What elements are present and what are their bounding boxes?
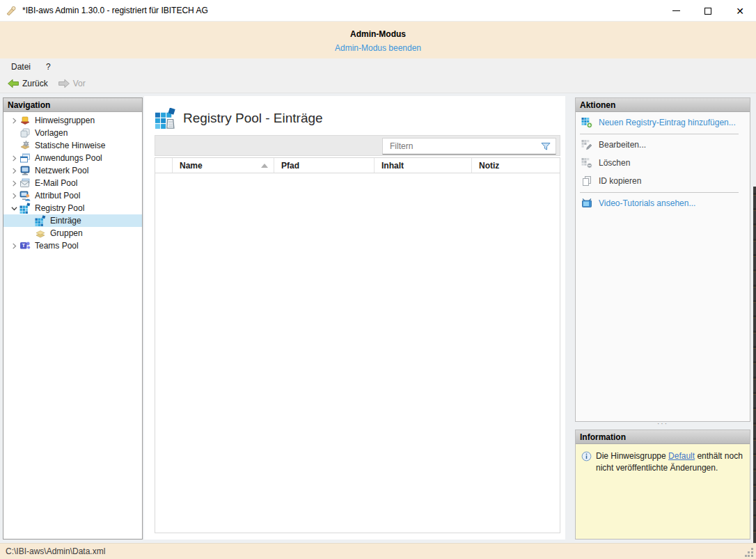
add-registry-entry-button[interactable]: Neuen Registry-Eintrag hinzufügen... xyxy=(576,115,750,130)
admin-mode-banner: Admin-Modus Admin-Modus beenden xyxy=(0,22,756,58)
nav-item-anwendungs-pool[interactable]: Anwendungs Pool xyxy=(3,152,142,164)
network-pool-icon xyxy=(19,165,31,176)
chevron-right-icon[interactable] xyxy=(9,168,19,174)
close-button[interactable]: ✕ xyxy=(724,0,756,22)
nav-item-vorlagen[interactable]: Vorlagen xyxy=(3,127,142,139)
statusbar: C:\IBI-aws\Admin\Data.xml xyxy=(0,543,756,559)
exit-admin-mode-link[interactable]: Admin-Modus beenden xyxy=(335,43,421,53)
notice-groups-icon xyxy=(19,115,31,126)
delete-button[interactable]: Löschen xyxy=(576,155,750,171)
static-notices-icon xyxy=(19,140,31,151)
desktop-edge-sliver xyxy=(753,187,756,559)
arrow-right-icon xyxy=(58,79,70,88)
registry-pool-icon xyxy=(19,203,31,214)
menu-help[interactable]: ? xyxy=(40,60,57,74)
table-header-row: Name Pfad Inhalt Notiz xyxy=(155,158,560,173)
arrow-left-icon xyxy=(7,79,19,88)
back-label: Zurück xyxy=(22,79,48,88)
application-pool-icon xyxy=(19,152,31,164)
add-registry-entry-icon xyxy=(581,117,592,128)
column-header-name[interactable]: Name xyxy=(173,158,274,173)
actions-header: Aktionen xyxy=(576,98,750,112)
filter-icon[interactable] xyxy=(540,141,551,152)
close-icon: ✕ xyxy=(736,6,744,16)
nav-item-statische-hinweise[interactable]: Statische Hinweise xyxy=(3,139,142,152)
templates-icon xyxy=(19,127,31,139)
nav-item-teams-pool[interactable]: T Teams Pool xyxy=(3,239,142,252)
separator xyxy=(580,134,739,134)
chevron-right-icon[interactable] xyxy=(9,118,19,124)
delete-icon xyxy=(581,157,592,168)
chevron-right-icon[interactable] xyxy=(9,193,19,199)
row-indicator-column xyxy=(155,158,173,173)
navigation-panel: Navigation Hinweisgruppen Vorlagen Stati… xyxy=(3,97,143,540)
information-message: Die Hinweisgruppe Default enthält noch n… xyxy=(596,450,744,475)
maximize-icon xyxy=(704,8,711,15)
column-header-notiz[interactable]: Notiz xyxy=(472,158,560,173)
chevron-down-icon[interactable] xyxy=(9,205,19,212)
maximize-button[interactable] xyxy=(692,0,724,22)
email-pool-icon xyxy=(19,178,31,189)
default-group-link[interactable]: Default xyxy=(668,451,695,461)
information-header: Information xyxy=(576,430,750,444)
copy-icon xyxy=(581,175,592,187)
information-panel: Information Die Hinweisgruppe Default en… xyxy=(575,430,750,540)
filter-field xyxy=(382,138,556,155)
app-window: *IBI-aws Admin 1.30.0 - registriert für … xyxy=(0,0,756,559)
workspace: Navigation Hinweisgruppen Vorlagen Stati… xyxy=(0,93,756,543)
chevron-right-icon[interactable] xyxy=(9,155,19,162)
svg-text:T: T xyxy=(22,242,25,249)
column-header-pfad[interactable]: Pfad xyxy=(274,158,375,173)
video-tutorials-link[interactable]: Video-Tutorials ansehen... xyxy=(576,196,750,211)
sort-ascending-icon xyxy=(261,164,268,168)
attribute-pool-icon xyxy=(19,190,31,201)
nav-item-gruppen[interactable]: Gruppen xyxy=(3,227,142,239)
data-file-path: C:\IBI-aws\Admin\Data.xml xyxy=(6,546,105,556)
right-panel: Aktionen Neuen Registry-Eintrag hinzufüg… xyxy=(575,97,750,540)
forward-button[interactable]: Vor xyxy=(54,77,90,90)
toolbar: Zurück Vor xyxy=(0,74,756,93)
menu-datei[interactable]: Datei xyxy=(5,60,37,74)
chevron-right-icon[interactable] xyxy=(9,180,19,187)
nav-item-eintraege[interactable]: Einträge xyxy=(3,214,142,227)
groups-icon xyxy=(35,228,46,239)
menubar: Datei ? xyxy=(0,58,756,74)
table-body-empty xyxy=(155,173,560,533)
copy-id-button[interactable]: ID kopieren xyxy=(576,173,750,189)
entries-table: Name Pfad Inhalt Notiz xyxy=(155,157,560,533)
nav-item-registry-pool[interactable]: Registry Pool xyxy=(3,202,142,214)
nav-item-netzwerk-pool[interactable]: Netzwerk Pool xyxy=(3,164,142,177)
info-icon xyxy=(581,451,592,462)
filter-bar xyxy=(155,135,560,156)
minimize-icon xyxy=(672,10,680,11)
teams-pool-icon: T xyxy=(19,240,31,251)
back-button[interactable]: Zurück xyxy=(3,77,52,90)
edit-icon xyxy=(581,139,592,150)
nav-item-hinweisgruppen[interactable]: Hinweisgruppen xyxy=(3,114,142,127)
forward-label: Vor xyxy=(73,79,86,88)
admin-mode-title: Admin-Modus xyxy=(0,22,756,39)
registry-entries-title-icon xyxy=(155,108,176,129)
app-icon xyxy=(6,5,17,16)
panel-splitter-handle[interactable]: ··· xyxy=(575,422,750,429)
resize-grip[interactable] xyxy=(745,548,754,557)
nav-item-attribut-pool[interactable]: Attribut Pool xyxy=(3,189,142,202)
nav-item-email-pool[interactable]: E-Mail Pool xyxy=(3,177,142,189)
window-titlebar: *IBI-aws Admin 1.30.0 - registriert für … xyxy=(0,0,756,22)
main-content: Registry Pool - Einträge Name Pfad Inhal… xyxy=(144,96,565,540)
actions-panel: Aktionen Neuen Registry-Eintrag hinzufüg… xyxy=(575,97,750,422)
column-header-inhalt[interactable]: Inhalt xyxy=(375,158,472,173)
page-title: Registry Pool - Einträge xyxy=(183,111,323,126)
tv-icon xyxy=(581,198,592,209)
filter-input[interactable] xyxy=(383,139,540,153)
separator xyxy=(580,192,739,193)
window-title: *IBI-aws Admin 1.30.0 - registriert für … xyxy=(22,6,208,15)
minimize-button[interactable] xyxy=(660,0,692,22)
edit-button[interactable]: Bearbeiten... xyxy=(576,137,750,152)
navigation-header: Navigation xyxy=(3,98,142,112)
registry-entries-icon xyxy=(35,215,46,226)
chevron-right-icon[interactable] xyxy=(9,243,19,249)
